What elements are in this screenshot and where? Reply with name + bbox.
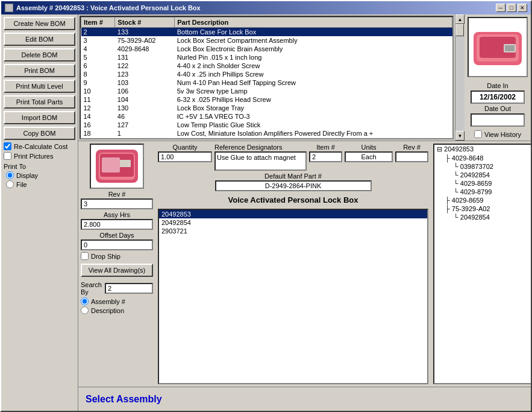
print-bom-button[interactable]: Print BOM bbox=[4, 64, 75, 77]
close-button[interactable]: ✕ bbox=[518, 4, 527, 12]
offset-days-label: Offset Days bbox=[81, 232, 153, 239]
assembly-item[interactable]: 20492853 bbox=[159, 210, 427, 218]
table-row[interactable]: 181Low Cost, Miniature Isolation Amplifi… bbox=[81, 129, 452, 138]
bom-table: Item # Stock # Part Description 2133Bott… bbox=[80, 16, 454, 139]
table-row[interactable]: 1446IC +5V 1.5A VREG TO-3 bbox=[81, 112, 452, 121]
table-cell-desc: Low Cost, Miniature Isolation Amplifiers… bbox=[175, 129, 452, 138]
table-cell-item: 14 bbox=[81, 112, 115, 121]
print-to-label: Print To bbox=[4, 163, 75, 170]
table-cell-desc: Bottom Case For Lock Box bbox=[175, 28, 452, 37]
table-cell-item: 2 bbox=[81, 28, 115, 37]
print-pictures-checkbox[interactable] bbox=[4, 152, 11, 160]
table-cell-desc: Lock Box Secret Compartment Assembly bbox=[175, 36, 452, 45]
table-row[interactable]: 101065v 3w Screw type Lamp bbox=[81, 87, 452, 95]
sidebar: Create New BOM Edit BOM Delete BOM Print… bbox=[1, 14, 78, 411]
app-icon bbox=[5, 4, 13, 12]
ref-desig-label: Reference Designators bbox=[214, 144, 307, 151]
minimize-button[interactable]: ─ bbox=[496, 4, 505, 12]
table-cell-desc: 6-32 x .025 Phillips Head Screw bbox=[175, 95, 452, 104]
view-history-checkbox[interactable] bbox=[474, 130, 482, 138]
tree-item[interactable]: └ 4029-8659 bbox=[434, 179, 531, 188]
print-to-display-label: Display bbox=[16, 172, 38, 179]
delete-bom-button[interactable]: Delete BOM bbox=[4, 48, 75, 62]
print-multi-level-button[interactable]: Print Multi Level bbox=[4, 80, 75, 93]
assy-hrs-input[interactable] bbox=[81, 219, 153, 230]
assembly-item[interactable]: 20492854 bbox=[159, 218, 427, 227]
rev-number-input[interactable] bbox=[81, 198, 153, 209]
copy-bom-button[interactable]: Copy BOM bbox=[4, 127, 75, 140]
ref-desig-input[interactable]: Use Glue to attach magnet bbox=[214, 151, 307, 171]
rev-input[interactable] bbox=[395, 151, 428, 162]
date-in-value[interactable]: 12/16/2002 bbox=[471, 90, 525, 104]
tree-item[interactable]: ├ 4029-8648 bbox=[434, 154, 531, 162]
scroll-thumb[interactable] bbox=[455, 24, 464, 36]
table-row[interactable]: 111046-32 x .025 Phillips Head Screw bbox=[81, 95, 452, 104]
units-input[interactable] bbox=[345, 151, 393, 162]
select-assembly-label: Select Assembly bbox=[81, 389, 167, 410]
print-to-display-radio[interactable] bbox=[6, 171, 14, 179]
table-row[interactable]: 44029-8648Lock Box Electronic Brain Asse… bbox=[81, 45, 452, 53]
search-description-label: Description bbox=[91, 307, 124, 314]
table-cell-stock: 75-3929-A02 bbox=[115, 36, 175, 45]
title-bar: Assembly # 20492853 : Voice Activated Pe… bbox=[1, 1, 531, 14]
rev-number-label: Rev # bbox=[81, 191, 153, 198]
tree-item[interactable]: ├ 4029-8659 bbox=[434, 196, 531, 204]
scroll-down-button[interactable]: ▼ bbox=[455, 131, 465, 141]
table-cell-item: 18 bbox=[81, 129, 115, 138]
table-cell-item: 9 bbox=[81, 78, 115, 87]
svg-rect-9 bbox=[120, 160, 131, 167]
print-to-file-label: File bbox=[16, 181, 27, 188]
quantity-label: Quantity bbox=[158, 144, 212, 151]
edit-bom-button[interactable]: Edit BOM bbox=[4, 33, 75, 46]
table-row[interactable]: 61224-40 x 2 inch Sholder Screw bbox=[81, 62, 452, 70]
table-cell-stock: 123 bbox=[115, 70, 175, 78]
main-window: Assembly # 20492853 : Voice Activated Pe… bbox=[0, 0, 532, 412]
default-manf-input[interactable] bbox=[215, 180, 372, 191]
recalculate-cost-checkbox[interactable] bbox=[4, 142, 11, 150]
table-cell-stock: 122 bbox=[115, 62, 175, 70]
drop-ship-checkbox[interactable] bbox=[81, 252, 89, 260]
search-row: Search By bbox=[81, 281, 153, 296]
svg-rect-8 bbox=[102, 157, 120, 173]
item-col-header: Item # bbox=[309, 144, 342, 151]
table-row[interactable]: 12130Lock Box Storage Tray bbox=[81, 104, 452, 112]
table-row[interactable]: 5131Nurled Pin .015 x 1 inch long bbox=[81, 53, 452, 62]
table-cell-item: 4 bbox=[81, 45, 115, 53]
print-to-file-radio[interactable] bbox=[6, 180, 14, 188]
product-image-small bbox=[90, 144, 144, 189]
search-assembly-radio[interactable] bbox=[81, 297, 89, 305]
create-new-bom-button[interactable]: Create New BOM bbox=[4, 17, 75, 30]
scroll-up-button[interactable]: ▲ bbox=[455, 14, 465, 24]
table-row[interactable]: 375-3929-A02Lock Box Secret Compartment … bbox=[81, 36, 452, 45]
tree-item[interactable]: └ 20492854 bbox=[434, 213, 531, 221]
assembly-list[interactable]: 20492853204928542903721 bbox=[158, 209, 428, 384]
tree-item[interactable]: ⊟ 20492853 bbox=[434, 145, 531, 154]
tree-item[interactable]: └ 039873702 bbox=[434, 162, 531, 171]
search-description-radio[interactable] bbox=[81, 306, 89, 314]
col-header-stock: Stock # bbox=[115, 17, 175, 28]
offset-days-input[interactable] bbox=[81, 239, 153, 250]
table-cell-item: 11 bbox=[81, 95, 115, 104]
import-bom-button[interactable]: Import BOM bbox=[4, 111, 75, 124]
table-row[interactable]: 9103Num 4-10 Pan Head Self Tapping Screw bbox=[81, 78, 452, 87]
table-scrollbar[interactable]: ▲ ▼ bbox=[455, 14, 465, 141]
table-cell-item: 3 bbox=[81, 36, 115, 45]
item-input[interactable] bbox=[309, 151, 342, 162]
tree-item[interactable]: ├ 75-3929-A02 bbox=[434, 204, 531, 213]
quantity-input[interactable] bbox=[158, 151, 212, 162]
date-in-label: Date In bbox=[487, 82, 508, 89]
table-row[interactable]: 2133Bottom Case For Lock Box bbox=[81, 28, 452, 37]
maximize-button[interactable]: □ bbox=[507, 4, 516, 12]
assembly-item[interactable]: 2903721 bbox=[159, 227, 427, 235]
tree-item[interactable]: └ 20492854 bbox=[434, 171, 531, 179]
view-all-drawings-button[interactable]: View All Drawing(s) bbox=[81, 264, 153, 277]
table-row[interactable]: 81234-40 x .25 inch Phillips Screw bbox=[81, 70, 452, 78]
table-row[interactable]: 16127Low Temp Plastic Glue Stick bbox=[81, 121, 452, 129]
date-out-value[interactable] bbox=[471, 113, 525, 127]
print-pictures-row: Print Pictures bbox=[4, 152, 75, 160]
search-input[interactable] bbox=[105, 283, 153, 294]
view-history-label: View History bbox=[484, 131, 521, 138]
tree-item[interactable]: └ 4029-8799 bbox=[434, 188, 531, 196]
table-cell-desc: Lock Box Electronic Brain Assembly bbox=[175, 45, 452, 53]
print-total-parts-button[interactable]: Print Total Parts bbox=[4, 95, 75, 109]
